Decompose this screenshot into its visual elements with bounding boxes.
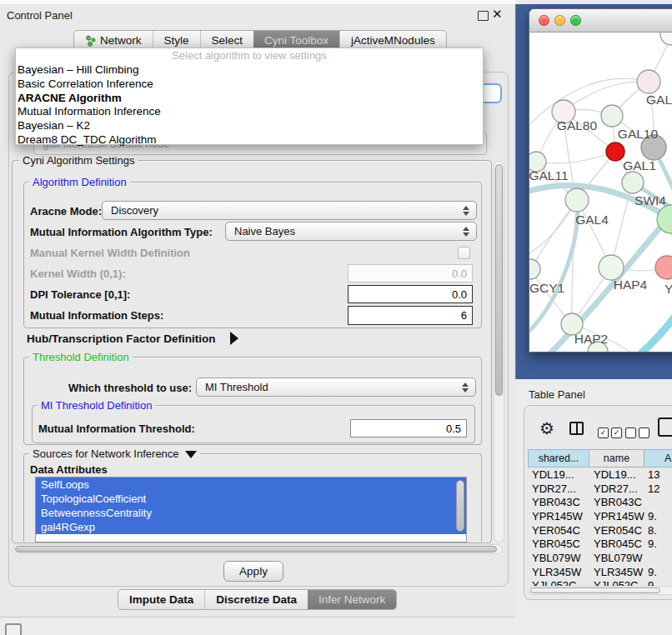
table-horizontal-scrollbar[interactable] <box>528 586 672 595</box>
mi-type-label: Mutual Information Algorithm Type: <box>30 226 213 238</box>
hub-tf-section-toggle[interactable]: Hub/Transcription Factor Definition <box>27 332 216 345</box>
table-row[interactable]: YDR27...YDR27...12 <box>528 482 672 497</box>
table-row[interactable]: YER054CYER054C8. <box>528 524 672 538</box>
close-traffic-light[interactable] <box>539 15 549 26</box>
node-top[interactable] <box>660 32 672 45</box>
tab-impute-data[interactable]: Impute Data <box>118 590 204 609</box>
algorithm-dropdown-list: Select algorithm to view settings Bayesi… <box>15 48 484 145</box>
svg-text:GAL: GAL <box>646 92 672 107</box>
bottom-tabstrip: Impute Data Discretize Data Infer Networ… <box>118 589 397 610</box>
network-icon <box>85 35 96 47</box>
algorithm-option[interactable]: Basic Correlation Inference <box>16 78 483 92</box>
close-icon[interactable]: ✕ <box>492 7 503 22</box>
mi-type-value: Naive Bayes <box>234 225 295 238</box>
column-header-clipped[interactable]: A <box>644 449 672 468</box>
kernel-width-label: Kernel Width (0,1): <box>30 268 126 280</box>
screen: Control Panel ✕ Network Style <box>0 0 672 635</box>
node-GCY1[interactable] <box>529 259 540 279</box>
mi-threshold-field[interactable] <box>350 419 467 438</box>
cyni-algorithm-settings-title: Cyni Algorithm Settings <box>19 154 138 167</box>
manual-kernel-checkbox[interactable] <box>458 247 470 259</box>
node-salmon[interactable] <box>655 256 672 279</box>
dpi-tolerance-field[interactable] <box>348 285 473 303</box>
apply-button[interactable]: Apply <box>223 561 283 582</box>
table-row[interactable]: YPR145WYPR145W9. <box>528 510 672 524</box>
list-item[interactable]: SelfLoops <box>36 478 466 492</box>
node-HAP4[interactable] <box>599 255 624 280</box>
node-red[interactable] <box>606 142 624 161</box>
show-columns-icon[interactable]: ✓✓ <box>598 428 622 438</box>
table-row[interactable]: YLR345WYLR345W9. <box>528 566 672 580</box>
svg-text:GAL4: GAL4 <box>575 212 609 227</box>
algorithm-definition-title: Algorithm Definition <box>29 176 130 188</box>
node-labels: GAL GAL80 GAL10 GAL1 GAL11 SWI4 GAL4 GCY… <box>529 92 672 346</box>
sources-group-title[interactable]: Sources for Network Inference <box>29 448 200 460</box>
float-window-icon[interactable] <box>478 11 489 21</box>
svg-text:GAL11: GAL11 <box>529 168 569 182</box>
kernel-width-field[interactable] <box>348 264 473 282</box>
minimize-traffic-light[interactable] <box>554 15 565 26</box>
svg-text:Y: Y <box>664 282 672 296</box>
expanded-arrow-icon <box>185 451 197 458</box>
node-pink[interactable] <box>637 70 660 93</box>
algorithm-option[interactable]: Bayesian – Hill Climbing <box>16 63 483 78</box>
svg-text:GCY1: GCY1 <box>529 281 564 295</box>
network-window-titlebar[interactable] <box>529 9 672 32</box>
mi-threshold-label: Mutual Information Threshold: <box>38 422 195 435</box>
tab-network-label: Network <box>100 34 142 47</box>
table-row[interactable]: YBR043CYBR043C <box>528 496 672 510</box>
network-view-window: GAL GAL80 GAL10 GAL1 GAL11 SWI4 GAL4 GCY… <box>529 8 672 352</box>
svg-text:GAL10: GAL10 <box>618 127 659 141</box>
algorithm-option-selected[interactable]: ARACNE Algorithm <box>16 92 483 106</box>
list-item[interactable]: BetweennessCentrality <box>36 506 466 520</box>
list-item[interactable]: gal4RGexp <box>36 520 466 534</box>
table-row[interactable]: YJL052CYJL052C9. <box>528 579 672 586</box>
algorithm-option[interactable]: Bayesian – K2 <box>16 119 483 133</box>
tab-jactivemnodules-label: jActiveMNodules <box>351 34 435 47</box>
combo-spinner-icon <box>463 227 469 237</box>
table-row[interactable]: YBR045CYBR045C9. <box>528 538 672 552</box>
table-row[interactable]: YBL079WYBL079W <box>528 552 672 566</box>
svg-text:SWI4: SWI4 <box>634 193 666 208</box>
settings-vertical-scrollbar[interactable] <box>494 161 504 542</box>
algorithm-dropdown-hint: Select algorithm to view settings <box>16 48 483 63</box>
control-panel-title: Control Panel <box>7 9 73 22</box>
aracne-mode-combo[interactable]: Discovery <box>102 201 477 220</box>
zoom-traffic-light[interactable] <box>570 15 581 26</box>
which-threshold-combo[interactable]: MI Threshold <box>196 378 476 397</box>
node-GAL1[interactable] <box>622 172 644 193</box>
data-attributes-list[interactable]: SelfLoops TopologicalCoefficient Between… <box>35 477 467 542</box>
list-item[interactable]: TopologicalCoefficient <box>36 492 466 506</box>
node-GAL4[interactable] <box>565 188 589 212</box>
mi-steps-field[interactable] <box>348 306 473 325</box>
mini-window-icon[interactable] <box>5 623 22 635</box>
control-panel-window: Control Panel ✕ Network Style <box>0 0 515 618</box>
which-threshold-label: Which threshold to use: <box>68 382 192 394</box>
sources-title-text: Sources for Network Inference <box>33 448 179 460</box>
network-canvas[interactable]: GAL GAL80 GAL10 GAL1 GAL11 SWI4 GAL4 GCY… <box>529 32 672 352</box>
column-header-shared-name[interactable]: shared... <box>528 449 589 468</box>
new-table-icon[interactable] <box>658 418 672 437</box>
data-attributes-label: Data Attributes <box>30 463 108 476</box>
column-browser-icon[interactable] <box>569 422 584 435</box>
tab-discretize-data[interactable]: Discretize Data <box>204 590 308 609</box>
mi-type-combo[interactable]: Naive Bayes <box>225 222 477 241</box>
tab-infer-network[interactable]: Infer Network <box>308 590 396 609</box>
node-GAL10[interactable] <box>601 105 623 127</box>
dpi-tolerance-label: DPI Tolerance [0,1]: <box>30 288 130 301</box>
mi-threshold-group-title: MI Threshold Definition <box>38 399 155 412</box>
tab-style-label: Style <box>164 34 189 47</box>
which-threshold-value: MI Threshold <box>205 381 268 393</box>
settings-horizontal-scrollbar[interactable] <box>13 544 503 554</box>
algorithm-option[interactable]: Mutual Information Inference <box>16 105 483 119</box>
list-scrollbar[interactable] <box>456 480 464 532</box>
table-body[interactable]: YDL19...YDL19...13 YDR27...YDR27...12 YB… <box>528 468 672 586</box>
collapsed-arrow-icon[interactable] <box>230 332 238 345</box>
gear-icon[interactable]: ⚙ <box>539 418 554 438</box>
hide-columns-icon[interactable] <box>625 428 649 438</box>
column-header-name[interactable]: name <box>589 449 644 468</box>
algorithm-option[interactable]: Dream8 DC_TDC Algorithm <box>16 133 483 148</box>
table-row[interactable]: YDL19...YDL19...13 <box>528 468 672 482</box>
control-panel-top-highlight <box>0 0 515 4</box>
manual-kernel-label: Manual Kernel Width Definition <box>30 247 190 259</box>
